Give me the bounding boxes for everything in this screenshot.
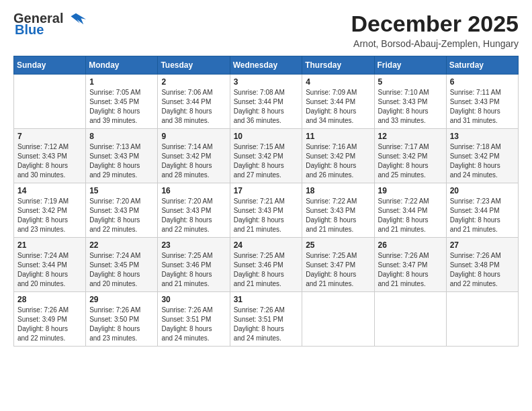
day-number: 12	[378, 132, 443, 141]
day-number: 10	[234, 132, 299, 141]
day-info: Sunrise: 7:22 AM Sunset: 3:43 PM Dayligh…	[306, 197, 370, 234]
day-number: 15	[89, 186, 154, 195]
calendar-day-cell: 5Sunrise: 7:10 AM Sunset: 3:43 PM Daylig…	[374, 75, 446, 129]
day-number: 8	[89, 132, 154, 141]
calendar-day-cell: 8Sunrise: 7:13 AM Sunset: 3:43 PM Daylig…	[86, 129, 158, 183]
day-number: 6	[450, 77, 515, 87]
day-number: 22	[89, 240, 154, 250]
calendar-day-cell: 25Sunrise: 7:25 AM Sunset: 3:47 PM Dayli…	[302, 238, 374, 292]
title-area: December 2025 Arnot, Borsod-Abauj-Zemple…	[351, 11, 519, 49]
calendar-day-cell: 1Sunrise: 7:05 AM Sunset: 3:45 PM Daylig…	[86, 75, 158, 129]
calendar-day-header: Wednesday	[230, 56, 302, 75]
calendar-day-cell: 29Sunrise: 7:26 AM Sunset: 3:50 PM Dayli…	[86, 292, 158, 347]
calendar-week-row: 28Sunrise: 7:26 AM Sunset: 3:49 PM Dayli…	[14, 292, 519, 347]
day-number: 5	[378, 77, 443, 87]
day-number: 25	[306, 240, 370, 250]
day-info: Sunrise: 7:06 AM Sunset: 3:44 PM Dayligh…	[161, 88, 226, 126]
day-number: 9	[161, 132, 226, 141]
day-info: Sunrise: 7:08 AM Sunset: 3:44 PM Dayligh…	[234, 88, 299, 126]
calendar-day-cell: 24Sunrise: 7:25 AM Sunset: 3:46 PM Dayli…	[230, 238, 302, 292]
page-header: General Blue December 2025 Arnot, Borsod…	[13, 11, 519, 49]
day-number: 26	[378, 240, 443, 250]
calendar-day-cell: 13Sunrise: 7:18 AM Sunset: 3:42 PM Dayli…	[446, 129, 518, 183]
calendar-day-cell	[446, 292, 518, 347]
day-number: 14	[17, 186, 82, 195]
day-info: Sunrise: 7:14 AM Sunset: 3:42 PM Dayligh…	[161, 142, 226, 180]
month-title: December 2025	[351, 11, 519, 37]
calendar-day-cell: 3Sunrise: 7:08 AM Sunset: 3:44 PM Daylig…	[230, 75, 302, 129]
calendar-day-cell: 11Sunrise: 7:16 AM Sunset: 3:42 PM Dayli…	[302, 129, 374, 183]
day-info: Sunrise: 7:13 AM Sunset: 3:43 PM Dayligh…	[89, 142, 154, 180]
calendar-day-header: Thursday	[302, 56, 374, 75]
day-number: 7	[17, 132, 82, 141]
day-info: Sunrise: 7:09 AM Sunset: 3:44 PM Dayligh…	[306, 88, 370, 126]
day-number: 20	[450, 186, 515, 195]
calendar-day-cell: 28Sunrise: 7:26 AM Sunset: 3:49 PM Dayli…	[14, 292, 86, 347]
day-info: Sunrise: 7:25 AM Sunset: 3:46 PM Dayligh…	[161, 251, 226, 289]
logo-blue-text: Blue	[15, 22, 44, 38]
day-number: 28	[17, 295, 82, 304]
day-info: Sunrise: 7:18 AM Sunset: 3:42 PM Dayligh…	[450, 142, 515, 180]
day-number: 27	[450, 240, 515, 250]
calendar-day-header: Tuesday	[158, 56, 230, 75]
calendar-day-header: Friday	[374, 56, 446, 75]
day-info: Sunrise: 7:22 AM Sunset: 3:44 PM Dayligh…	[378, 197, 443, 234]
calendar-day-header: Saturday	[446, 56, 518, 75]
day-info: Sunrise: 7:24 AM Sunset: 3:45 PM Dayligh…	[89, 251, 154, 289]
day-number: 31	[234, 295, 299, 304]
day-number: 1	[89, 77, 154, 87]
day-number: 17	[234, 186, 299, 195]
calendar-header-row: SundayMondayTuesdayWednesdayThursdayFrid…	[14, 56, 519, 75]
day-info: Sunrise: 7:25 AM Sunset: 3:46 PM Dayligh…	[234, 251, 299, 289]
day-info: Sunrise: 7:05 AM Sunset: 3:45 PM Dayligh…	[89, 88, 154, 126]
day-number: 23	[161, 240, 226, 250]
calendar-day-cell: 21Sunrise: 7:24 AM Sunset: 3:44 PM Dayli…	[14, 238, 86, 292]
day-info: Sunrise: 7:15 AM Sunset: 3:42 PM Dayligh…	[234, 142, 299, 180]
day-info: Sunrise: 7:26 AM Sunset: 3:48 PM Dayligh…	[450, 251, 515, 289]
day-info: Sunrise: 7:20 AM Sunset: 3:43 PM Dayligh…	[89, 197, 154, 234]
calendar-day-cell: 30Sunrise: 7:26 AM Sunset: 3:51 PM Dayli…	[158, 292, 230, 347]
day-number: 2	[161, 77, 226, 87]
svg-marker-0	[71, 13, 87, 24]
day-info: Sunrise: 7:17 AM Sunset: 3:42 PM Dayligh…	[378, 142, 443, 180]
calendar-week-row: 14Sunrise: 7:19 AM Sunset: 3:42 PM Dayli…	[14, 183, 519, 238]
day-info: Sunrise: 7:26 AM Sunset: 3:49 PM Dayligh…	[17, 306, 82, 343]
day-info: Sunrise: 7:26 AM Sunset: 3:50 PM Dayligh…	[89, 306, 154, 343]
calendar-day-cell: 31Sunrise: 7:26 AM Sunset: 3:51 PM Dayli…	[230, 292, 302, 347]
day-info: Sunrise: 7:10 AM Sunset: 3:43 PM Dayligh…	[378, 88, 443, 126]
logo: General Blue	[13, 11, 86, 38]
day-info: Sunrise: 7:20 AM Sunset: 3:43 PM Dayligh…	[161, 197, 226, 234]
calendar-day-cell: 12Sunrise: 7:17 AM Sunset: 3:42 PM Dayli…	[374, 129, 446, 183]
day-info: Sunrise: 7:26 AM Sunset: 3:51 PM Dayligh…	[234, 306, 299, 343]
calendar-week-row: 7Sunrise: 7:12 AM Sunset: 3:43 PM Daylig…	[14, 129, 519, 183]
day-number: 30	[161, 295, 226, 304]
calendar-day-cell	[14, 75, 86, 129]
day-number: 24	[234, 240, 299, 250]
calendar-day-cell: 23Sunrise: 7:25 AM Sunset: 3:46 PM Dayli…	[158, 238, 230, 292]
day-info: Sunrise: 7:21 AM Sunset: 3:43 PM Dayligh…	[234, 197, 299, 234]
calendar-day-cell: 27Sunrise: 7:26 AM Sunset: 3:48 PM Dayli…	[446, 238, 518, 292]
calendar-day-cell: 16Sunrise: 7:20 AM Sunset: 3:43 PM Dayli…	[158, 183, 230, 238]
day-info: Sunrise: 7:11 AM Sunset: 3:43 PM Dayligh…	[450, 88, 515, 126]
day-info: Sunrise: 7:12 AM Sunset: 3:43 PM Dayligh…	[17, 142, 82, 180]
day-info: Sunrise: 7:16 AM Sunset: 3:42 PM Dayligh…	[306, 142, 370, 180]
day-number: 13	[450, 132, 515, 141]
day-info: Sunrise: 7:23 AM Sunset: 3:44 PM Dayligh…	[450, 197, 515, 234]
calendar-day-cell	[374, 292, 446, 347]
day-number: 3	[234, 77, 299, 87]
day-info: Sunrise: 7:25 AM Sunset: 3:47 PM Dayligh…	[306, 251, 370, 289]
calendar-day-cell: 19Sunrise: 7:22 AM Sunset: 3:44 PM Dayli…	[374, 183, 446, 238]
calendar-day-header: Sunday	[14, 56, 86, 75]
calendar-week-row: 1Sunrise: 7:05 AM Sunset: 3:45 PM Daylig…	[14, 75, 519, 129]
calendar-day-header: Monday	[86, 56, 158, 75]
calendar-day-cell: 22Sunrise: 7:24 AM Sunset: 3:45 PM Dayli…	[86, 238, 158, 292]
calendar-table: SundayMondayTuesdayWednesdayThursdayFrid…	[13, 56, 519, 347]
calendar-day-cell: 4Sunrise: 7:09 AM Sunset: 3:44 PM Daylig…	[302, 75, 374, 129]
day-number: 18	[306, 186, 370, 195]
calendar-day-cell: 18Sunrise: 7:22 AM Sunset: 3:43 PM Dayli…	[302, 183, 374, 238]
day-number: 16	[161, 186, 226, 195]
day-info: Sunrise: 7:24 AM Sunset: 3:44 PM Dayligh…	[17, 251, 82, 289]
calendar-day-cell: 15Sunrise: 7:20 AM Sunset: 3:43 PM Dayli…	[86, 183, 158, 238]
calendar-day-cell: 26Sunrise: 7:26 AM Sunset: 3:47 PM Dayli…	[374, 238, 446, 292]
calendar-day-cell: 9Sunrise: 7:14 AM Sunset: 3:42 PM Daylig…	[158, 129, 230, 183]
